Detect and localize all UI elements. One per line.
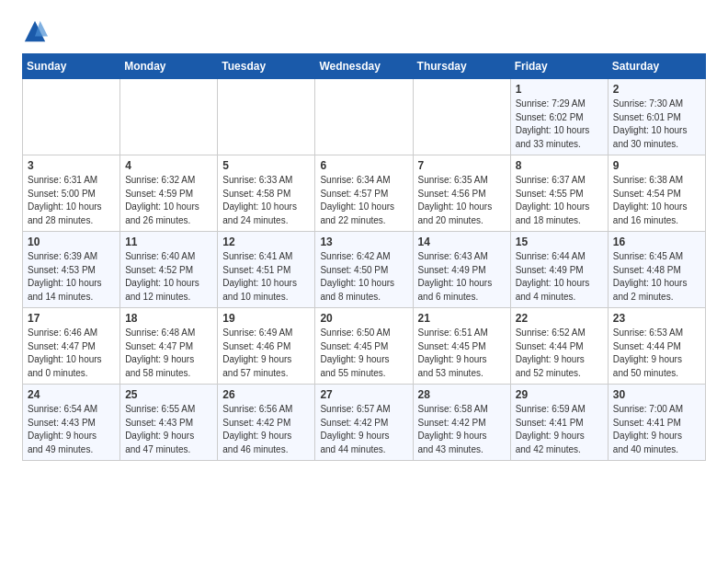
day-info: Sunrise: 6:42 AM Sunset: 4:50 PM Dayligh… bbox=[320, 250, 407, 304]
weekday-header-sunday: Sunday bbox=[23, 54, 120, 79]
day-number: 6 bbox=[320, 159, 407, 172]
day-info: Sunrise: 6:46 AM Sunset: 4:47 PM Dayligh… bbox=[28, 327, 115, 380]
header bbox=[22, 18, 706, 44]
day-info: Sunrise: 6:57 AM Sunset: 4:42 PM Dayligh… bbox=[320, 403, 407, 456]
day-info: Sunrise: 6:41 AM Sunset: 4:51 PM Dayligh… bbox=[222, 250, 310, 304]
calendar-cell bbox=[413, 79, 510, 155]
day-number: 17 bbox=[28, 312, 115, 325]
day-number: 8 bbox=[516, 159, 603, 172]
weekday-header-row: SundayMondayTuesdayWednesdayThursdayFrid… bbox=[23, 54, 706, 79]
day-info: Sunrise: 6:31 AM Sunset: 5:00 PM Dayligh… bbox=[28, 174, 115, 227]
day-info: Sunrise: 7:00 AM Sunset: 4:41 PM Dayligh… bbox=[613, 403, 700, 456]
calendar-cell: 10Sunrise: 6:39 AM Sunset: 4:53 PM Dayli… bbox=[23, 232, 120, 308]
calendar-cell: 26Sunrise: 6:56 AM Sunset: 4:42 PM Dayli… bbox=[218, 385, 315, 461]
calendar-cell: 13Sunrise: 6:42 AM Sunset: 4:50 PM Dayli… bbox=[315, 232, 413, 308]
calendar-cell: 21Sunrise: 6:51 AM Sunset: 4:45 PM Dayli… bbox=[413, 308, 510, 385]
calendar-cell: 20Sunrise: 6:50 AM Sunset: 4:45 PM Dayli… bbox=[315, 308, 413, 385]
day-info: Sunrise: 6:54 AM Sunset: 4:43 PM Dayligh… bbox=[28, 403, 115, 456]
calendar-cell: 6Sunrise: 6:34 AM Sunset: 4:57 PM Daylig… bbox=[315, 155, 413, 232]
calendar-cell: 11Sunrise: 6:40 AM Sunset: 4:52 PM Dayli… bbox=[120, 232, 218, 308]
calendar-cell bbox=[23, 79, 120, 155]
calendar-cell bbox=[315, 79, 413, 155]
calendar-cell: 15Sunrise: 6:44 AM Sunset: 4:49 PM Dayli… bbox=[510, 232, 608, 308]
calendar-week-row: 10Sunrise: 6:39 AM Sunset: 4:53 PM Dayli… bbox=[23, 232, 706, 308]
calendar-cell: 2Sunrise: 7:30 AM Sunset: 6:01 PM Daylig… bbox=[608, 79, 705, 155]
day-info: Sunrise: 6:50 AM Sunset: 4:45 PM Dayligh… bbox=[320, 327, 407, 380]
day-number: 16 bbox=[613, 236, 700, 248]
calendar-week-row: 17Sunrise: 6:46 AM Sunset: 4:47 PM Dayli… bbox=[23, 308, 706, 385]
day-info: Sunrise: 6:49 AM Sunset: 4:46 PM Dayligh… bbox=[222, 327, 310, 380]
day-info: Sunrise: 6:58 AM Sunset: 4:42 PM Dayligh… bbox=[418, 403, 506, 456]
day-info: Sunrise: 6:38 AM Sunset: 4:54 PM Dayligh… bbox=[613, 174, 700, 227]
calendar-cell: 18Sunrise: 6:48 AM Sunset: 4:47 PM Dayli… bbox=[120, 308, 218, 385]
day-info: Sunrise: 6:56 AM Sunset: 4:42 PM Dayligh… bbox=[222, 403, 310, 456]
calendar-cell: 5Sunrise: 6:33 AM Sunset: 4:58 PM Daylig… bbox=[218, 155, 315, 232]
calendar-week-row: 1Sunrise: 7:29 AM Sunset: 6:02 PM Daylig… bbox=[23, 79, 706, 155]
weekday-header-wednesday: Wednesday bbox=[315, 54, 413, 79]
day-info: Sunrise: 7:29 AM Sunset: 6:02 PM Dayligh… bbox=[516, 98, 603, 151]
day-info: Sunrise: 6:39 AM Sunset: 4:53 PM Dayligh… bbox=[28, 250, 115, 304]
day-info: Sunrise: 6:44 AM Sunset: 4:49 PM Dayligh… bbox=[516, 250, 603, 304]
calendar-cell: 28Sunrise: 6:58 AM Sunset: 4:42 PM Dayli… bbox=[413, 385, 510, 461]
day-number: 4 bbox=[125, 159, 212, 172]
day-info: Sunrise: 6:59 AM Sunset: 4:41 PM Dayligh… bbox=[516, 403, 603, 456]
calendar-cell bbox=[218, 79, 315, 155]
day-info: Sunrise: 6:35 AM Sunset: 4:56 PM Dayligh… bbox=[418, 174, 506, 227]
day-number: 22 bbox=[516, 312, 603, 325]
day-info: Sunrise: 6:33 AM Sunset: 4:58 PM Dayligh… bbox=[222, 174, 310, 227]
weekday-header-monday: Monday bbox=[120, 54, 218, 79]
calendar-cell: 22Sunrise: 6:52 AM Sunset: 4:44 PM Dayli… bbox=[510, 308, 608, 385]
calendar-cell: 25Sunrise: 6:55 AM Sunset: 4:43 PM Dayli… bbox=[120, 385, 218, 461]
day-info: Sunrise: 6:48 AM Sunset: 4:47 PM Dayligh… bbox=[125, 327, 212, 380]
day-number: 12 bbox=[222, 236, 310, 248]
weekday-header-tuesday: Tuesday bbox=[218, 54, 315, 79]
day-number: 3 bbox=[28, 159, 115, 172]
logo bbox=[22, 18, 51, 44]
calendar-table: SundayMondayTuesdayWednesdayThursdayFrid… bbox=[22, 53, 706, 461]
day-info: Sunrise: 6:40 AM Sunset: 4:52 PM Dayligh… bbox=[125, 250, 212, 304]
day-info: Sunrise: 6:45 AM Sunset: 4:48 PM Dayligh… bbox=[613, 250, 700, 304]
calendar-cell: 4Sunrise: 6:32 AM Sunset: 4:59 PM Daylig… bbox=[120, 155, 218, 232]
day-number: 7 bbox=[418, 159, 506, 172]
day-number: 18 bbox=[125, 312, 212, 325]
calendar-cell: 24Sunrise: 6:54 AM Sunset: 4:43 PM Dayli… bbox=[23, 385, 120, 461]
day-number: 25 bbox=[125, 388, 212, 401]
day-number: 29 bbox=[516, 388, 603, 401]
calendar-cell: 12Sunrise: 6:41 AM Sunset: 4:51 PM Dayli… bbox=[218, 232, 315, 308]
calendar-cell: 8Sunrise: 6:37 AM Sunset: 4:55 PM Daylig… bbox=[510, 155, 608, 232]
day-info: Sunrise: 6:37 AM Sunset: 4:55 PM Dayligh… bbox=[516, 174, 603, 227]
day-number: 15 bbox=[516, 236, 603, 248]
day-info: Sunrise: 6:34 AM Sunset: 4:57 PM Dayligh… bbox=[320, 174, 407, 227]
day-info: Sunrise: 6:43 AM Sunset: 4:49 PM Dayligh… bbox=[418, 250, 506, 304]
calendar-week-row: 24Sunrise: 6:54 AM Sunset: 4:43 PM Dayli… bbox=[23, 385, 706, 461]
weekday-header-friday: Friday bbox=[510, 54, 608, 79]
calendar-cell: 17Sunrise: 6:46 AM Sunset: 4:47 PM Dayli… bbox=[23, 308, 120, 385]
calendar-cell: 19Sunrise: 6:49 AM Sunset: 4:46 PM Dayli… bbox=[218, 308, 315, 385]
calendar-cell: 30Sunrise: 7:00 AM Sunset: 4:41 PM Dayli… bbox=[608, 385, 705, 461]
calendar-week-row: 3Sunrise: 6:31 AM Sunset: 5:00 PM Daylig… bbox=[23, 155, 706, 232]
calendar-cell: 23Sunrise: 6:53 AM Sunset: 4:44 PM Dayli… bbox=[608, 308, 705, 385]
day-number: 2 bbox=[613, 83, 700, 96]
calendar-cell: 9Sunrise: 6:38 AM Sunset: 4:54 PM Daylig… bbox=[608, 155, 705, 232]
day-number: 13 bbox=[320, 236, 407, 248]
day-info: Sunrise: 6:52 AM Sunset: 4:44 PM Dayligh… bbox=[516, 327, 603, 380]
day-number: 27 bbox=[320, 388, 407, 401]
day-number: 20 bbox=[320, 312, 407, 325]
day-info: Sunrise: 6:51 AM Sunset: 4:45 PM Dayligh… bbox=[418, 327, 506, 380]
day-number: 26 bbox=[222, 388, 310, 401]
day-info: Sunrise: 6:53 AM Sunset: 4:44 PM Dayligh… bbox=[613, 327, 700, 380]
calendar-cell: 7Sunrise: 6:35 AM Sunset: 4:56 PM Daylig… bbox=[413, 155, 510, 232]
day-number: 5 bbox=[222, 159, 310, 172]
day-number: 14 bbox=[418, 236, 506, 248]
weekday-header-thursday: Thursday bbox=[413, 54, 510, 79]
day-info: Sunrise: 6:32 AM Sunset: 4:59 PM Dayligh… bbox=[125, 174, 212, 227]
day-info: Sunrise: 6:55 AM Sunset: 4:43 PM Dayligh… bbox=[125, 403, 212, 456]
calendar-cell: 27Sunrise: 6:57 AM Sunset: 4:42 PM Dayli… bbox=[315, 385, 413, 461]
day-number: 9 bbox=[613, 159, 700, 172]
calendar-cell: 29Sunrise: 6:59 AM Sunset: 4:41 PM Dayli… bbox=[510, 385, 608, 461]
day-number: 30 bbox=[613, 388, 700, 401]
day-number: 28 bbox=[418, 388, 506, 401]
day-number: 10 bbox=[28, 236, 115, 248]
calendar-cell: 16Sunrise: 6:45 AM Sunset: 4:48 PM Dayli… bbox=[608, 232, 705, 308]
day-number: 23 bbox=[613, 312, 700, 325]
